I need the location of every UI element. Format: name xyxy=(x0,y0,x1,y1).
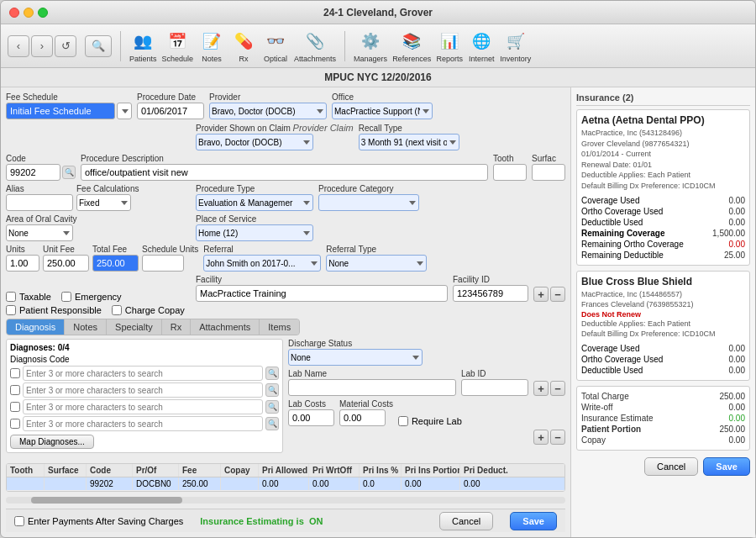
diag-check-3[interactable] xyxy=(10,402,20,412)
nav-refresh-button[interactable]: ↺ xyxy=(55,35,76,57)
fee-schedule-input[interactable] xyxy=(6,103,115,119)
diagnosis-panel: Diagnoses: 0/4 Diagnosis Code 🔍 🔍 xyxy=(6,339,565,460)
procedure-type-select[interactable]: Evaluation & Managemer xyxy=(196,194,313,211)
ins-cancel-button[interactable]: Cancel xyxy=(644,457,698,476)
diag-input-4[interactable] xyxy=(23,416,263,431)
discharge-status-select[interactable]: None xyxy=(288,349,423,366)
tab-attachments[interactable]: Attachments xyxy=(191,319,260,335)
fee-schedule-dropdown[interactable] xyxy=(117,103,132,119)
diag-check-1[interactable] xyxy=(10,368,20,378)
toolbar-reports[interactable]: 📊 Reports xyxy=(436,29,463,63)
table-scrollbar[interactable] xyxy=(6,497,565,504)
col-copay: Copay xyxy=(221,464,259,477)
tab-diagnosis[interactable]: Diagnosis xyxy=(7,319,65,335)
lab-id-input[interactable] xyxy=(461,379,528,396)
diag-input-1[interactable] xyxy=(23,366,263,381)
procedure-category-select[interactable] xyxy=(318,194,419,211)
diag-search-3[interactable]: 🔍 xyxy=(265,400,279,414)
unit-fee-input[interactable] xyxy=(43,255,89,272)
facility-add-button[interactable]: + xyxy=(533,287,549,302)
enter-payments-checkbox[interactable] xyxy=(14,516,24,526)
claim-table: Tooth Surface Code Pr/Of Fee Copay Pri A… xyxy=(6,463,565,492)
minimize-button[interactable] xyxy=(24,8,34,18)
alias-input[interactable] xyxy=(6,194,73,211)
cancel-button[interactable]: Cancel xyxy=(439,512,493,530)
tab-rx[interactable]: Rx xyxy=(162,319,191,335)
lab-name-input[interactable] xyxy=(288,379,456,396)
tab-items[interactable]: Items xyxy=(260,319,299,335)
referral-label: Referral xyxy=(203,245,321,254)
office-select[interactable]: MacPractice Support (N xyxy=(332,103,433,119)
col-pri-portion: Pri Ins Portion xyxy=(402,464,460,477)
facility-input[interactable] xyxy=(196,285,448,302)
save-button[interactable]: Save xyxy=(510,512,557,530)
place-service-select[interactable]: Home (12) xyxy=(196,224,313,241)
material-costs-input[interactable] xyxy=(339,409,386,426)
toolbar-managers[interactable]: ⚙️ Managers xyxy=(354,29,387,63)
costs-row: Lab Costs Material Costs Require Lab xyxy=(288,399,565,426)
diag-search-4[interactable]: 🔍 xyxy=(265,417,279,430)
tab-specialty[interactable]: Specialty xyxy=(107,319,162,335)
taxable-checkbox[interactable] xyxy=(6,292,16,302)
require-lab-checkbox[interactable] xyxy=(398,416,408,426)
map-diagnoses-button[interactable]: Map Diagnoses... xyxy=(10,435,94,449)
row-fee: 250.00 xyxy=(179,477,221,490)
tab-notes[interactable]: Notes xyxy=(65,319,107,335)
aetna-cov-label-5: Remaining Ortho Coverage xyxy=(581,240,684,249)
bottom-add-button[interactable]: + xyxy=(533,430,549,445)
search-toolbar-button[interactable]: 🔍 xyxy=(85,35,112,57)
toolbar-internet[interactable]: 🌐 Internet xyxy=(468,29,495,63)
bottom-remove-button[interactable]: − xyxy=(550,430,565,445)
rx-icon: 💊 xyxy=(230,29,257,53)
provider-select[interactable]: Bravo, Doctor (DOCB) xyxy=(209,103,327,119)
toolbar-rx[interactable]: 💊 Rx xyxy=(230,29,257,63)
recall-type-select[interactable]: 3 Month 91 (next visit o xyxy=(359,134,459,150)
diag-search-2[interactable]: 🔍 xyxy=(265,383,279,397)
surface-input[interactable] xyxy=(532,164,565,181)
toolbar-notes[interactable]: 📝 Notes xyxy=(198,29,225,63)
units-label: Units xyxy=(6,245,39,254)
diag-check-2[interactable] xyxy=(10,385,20,395)
diag-check-4[interactable] xyxy=(10,419,20,429)
units-input[interactable] xyxy=(6,255,39,272)
nav-forward-button[interactable]: › xyxy=(31,35,53,57)
lab-costs-input[interactable] xyxy=(288,409,334,426)
toolbar-inventory[interactable]: 🛒 Inventory xyxy=(500,29,531,63)
code-input[interactable] xyxy=(6,164,60,181)
lab-add-button[interactable]: + xyxy=(533,381,549,396)
lab-remove-button[interactable]: − xyxy=(550,381,565,396)
diag-input-2[interactable] xyxy=(23,382,263,398)
procedure-desc-input[interactable] xyxy=(81,164,488,181)
facility-remove-button[interactable]: − xyxy=(550,287,565,302)
diag-search-1[interactable]: 🔍 xyxy=(265,367,279,380)
area-oral-select[interactable]: None xyxy=(6,224,73,241)
schedule-units-input[interactable] xyxy=(142,255,184,272)
toolbar-references[interactable]: 📚 References xyxy=(392,29,431,63)
nav-back-button[interactable]: ‹ xyxy=(8,35,29,57)
toolbar-attachments[interactable]: 📎 Attachments xyxy=(294,29,336,63)
total-fee-input[interactable] xyxy=(92,255,139,272)
close-button[interactable] xyxy=(9,8,19,18)
referral-type-select[interactable]: None xyxy=(326,255,427,272)
material-costs-group: Material Costs xyxy=(339,399,393,426)
row-pri-allowed: 0.00 xyxy=(259,477,309,490)
toolbar-schedule[interactable]: 📅 Schedule xyxy=(162,29,194,63)
taxable-label: Taxable xyxy=(19,292,51,302)
patient-responsible-checkbox[interactable] xyxy=(6,305,16,315)
toolbar-optical[interactable]: 👓 Optical xyxy=(262,29,289,63)
referral-group: Referral John Smith on 2017-0... xyxy=(203,245,321,272)
maximize-button[interactable] xyxy=(38,8,48,18)
provider-shown-select[interactable]: Bravo, Doctor (DOCB) xyxy=(196,134,313,150)
procedure-date-input[interactable] xyxy=(137,103,204,119)
emergency-checkbox[interactable] xyxy=(61,292,71,302)
ins-save-button[interactable]: Save xyxy=(703,457,750,476)
toolbar-patients[interactable]: 👥 Patients xyxy=(129,29,157,63)
charge-copay-checkbox[interactable] xyxy=(112,305,122,315)
fee-calc-select[interactable]: Fixed xyxy=(76,194,131,211)
code-search-icon[interactable]: 🔍 xyxy=(62,166,76,179)
tooth-input[interactable] xyxy=(493,164,527,181)
diag-input-3[interactable] xyxy=(23,399,263,414)
claim-table-row[interactable]: 99202 DOCBN0 250.00 0.00 0.00 0.0 0.00 0… xyxy=(7,477,564,491)
referral-select[interactable]: John Smith on 2017-0... xyxy=(203,255,321,272)
facility-id-input[interactable] xyxy=(453,285,528,302)
